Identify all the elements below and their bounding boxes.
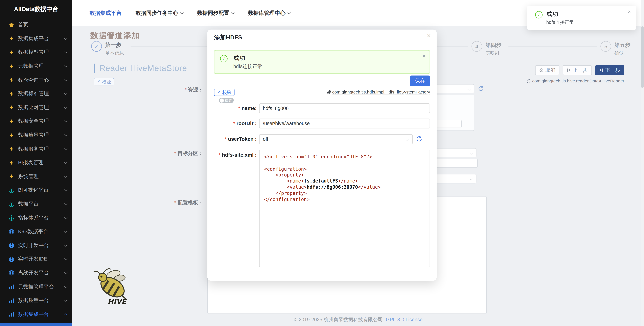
chevron-down-icon — [64, 147, 68, 150]
sidebar-item[interactable]: 数据服务管理 — [0, 142, 72, 156]
success-toast: ✓ 成功 hdfs连接正常 × — [527, 6, 636, 30]
chevron-down-icon — [64, 50, 68, 53]
sidebar-item-label: 指标体系平台 — [18, 214, 64, 221]
step-desc: 表映射 — [486, 50, 502, 56]
sidebar-item[interactable]: BI报表管理 — [0, 156, 72, 170]
simplify-toggle[interactable]: 精简 — [219, 98, 234, 103]
alert-close-icon[interactable]: × — [422, 53, 426, 59]
sidebar-item[interactable]: 数仓查询中心 — [0, 73, 72, 87]
sidebar-item[interactable]: 指标体系平台 — [0, 211, 72, 225]
prev-step-button[interactable]: 上一步 — [563, 65, 592, 75]
step-number: 4 — [472, 41, 482, 52]
top-nav-tab[interactable]: 数据同步配置 — [197, 9, 234, 17]
sidebar-item-label: BI报表管理 — [18, 159, 64, 166]
top-nav-tab[interactable]: 数据集成平台 — [90, 9, 122, 17]
sidebar: AllData数据中台 首页数据集成平台数据模型管理元数据管理数仓查询中心数据标… — [0, 0, 72, 326]
toggle-knob — [220, 98, 224, 102]
step-1: ✓ 第一步 基本信息 — [91, 41, 124, 56]
verify-button-background[interactable]: ✓ 校验 — [94, 78, 114, 85]
reader-plugin-link[interactable]: com.qlangtech.tis.hive.reader.DataXHiveR… — [526, 78, 624, 83]
sidebar-item[interactable]: 实时开发IDE — [0, 252, 72, 266]
sidebar-item[interactable]: 数据安全管理 — [0, 115, 72, 128]
sidebar-item[interactable]: 系统管理 — [0, 170, 72, 184]
toast-description: hdfs连接正常 — [546, 19, 574, 25]
sidebar-item[interactable]: 数据质量管理 — [0, 128, 72, 142]
sidebar-item-label: 系统管理 — [18, 173, 64, 180]
tab-label: 数据集成平台 — [90, 9, 122, 17]
chart-icon — [8, 298, 14, 304]
chevron-down-icon — [64, 36, 68, 40]
step-title: 第四步 — [486, 41, 502, 49]
home-icon — [8, 22, 14, 28]
required-mark: * — [238, 105, 240, 111]
svg-text:HIVE: HIVE — [108, 298, 127, 305]
next-step-button[interactable]: 下一步 — [595, 65, 624, 75]
tab-label: 数据库管理中心 — [248, 9, 286, 17]
hdfs-factory-link[interactable]: com.qlangtech.tis.hdfs.impl.HdfsFileSyst… — [326, 89, 430, 94]
bolt-icon — [8, 119, 14, 124]
sidebar-item[interactable]: K8S数据平台 — [0, 225, 72, 239]
bolt-icon — [8, 77, 14, 83]
top-nav-tab[interactable]: 数据库管理中心 — [248, 9, 290, 17]
page-scrollbar[interactable] — [641, 0, 644, 326]
save-button[interactable]: 保存 — [410, 75, 430, 86]
step-4: 4 第四步 表映射 — [472, 41, 502, 56]
sidebar-item-label: 元数据管理 — [18, 63, 64, 70]
step-forward-icon — [599, 68, 604, 72]
sidebar-item[interactable]: 元数据管理平台 — [0, 280, 72, 294]
rootdir-input[interactable] — [259, 119, 430, 129]
sidebar-item[interactable]: 数据平台 — [0, 197, 72, 211]
license-link[interactable]: GPL-3.0 License — [386, 317, 422, 323]
resource-label: *资源 : — [164, 87, 201, 94]
sidebar-item[interactable]: 首页 — [0, 18, 72, 32]
sidebar-item-label: 实时开发平台 — [18, 242, 64, 249]
sidebar-item[interactable]: 数据模型管理 — [0, 46, 72, 59]
stepper-line — [508, 46, 597, 47]
footer: © 2019-2025 杭州奥零数据科技有限公司 GPL-3.0 License — [72, 316, 644, 324]
required-mark: * — [219, 152, 221, 158]
cancel-button[interactable]: 取消 — [535, 65, 560, 75]
globe-icon — [8, 243, 14, 248]
chevron-down-icon — [180, 11, 184, 14]
globe-icon — [8, 270, 14, 276]
sidebar-item[interactable]: 数据质量平台 — [0, 294, 72, 308]
top-nav-tab[interactable]: 数据同步任务中心 — [136, 9, 183, 17]
sidebar-item[interactable]: 元数据管理 — [0, 59, 72, 73]
bolt-icon — [8, 36, 14, 42]
resource-inner-input[interactable] — [436, 120, 462, 128]
chevron-down-icon — [64, 285, 68, 288]
usertoken-select[interactable]: off — [259, 134, 413, 144]
refresh-icon[interactable] — [478, 86, 484, 91]
hdfs-site-xml-label: *hdfs-site.xml : — [214, 152, 257, 158]
anchor-icon — [8, 201, 14, 207]
modal-close-icon[interactable]: × — [427, 32, 431, 39]
sidebar-item-label: BI可视化平台 — [18, 187, 64, 194]
tab-label: 数据同步配置 — [197, 9, 229, 17]
toast-close-icon[interactable]: × — [628, 8, 631, 15]
sidebar-item[interactable]: 数据标准管理 — [0, 87, 72, 101]
sidebar-item[interactable]: 数据比对管理 — [0, 101, 72, 115]
scrollbar-thumb[interactable] — [641, 26, 644, 88]
modal-title: 添加HDFS — [214, 34, 242, 41]
sidebar-item-label: 数据集成平台 — [18, 35, 64, 42]
name-input[interactable] — [259, 103, 430, 113]
sidebar-item[interactable]: 实时开发平台 — [0, 239, 72, 252]
toast-title: 成功 — [546, 10, 558, 18]
hdfs-site-xml-editor[interactable]: <?xml version="1.0" encoding="UTF-8"?> <… — [259, 150, 430, 267]
paperclip-icon — [326, 90, 331, 94]
verify-button[interactable]: ✓ 校验 — [214, 89, 235, 96]
usertoken-label: *userToken : — [214, 136, 257, 142]
sidebar-item[interactable]: 数据集成平台 — [0, 308, 72, 321]
sidebar-item[interactable]: 离线开发平台 — [0, 266, 72, 280]
sidebar-submenu-peek[interactable] — [0, 323, 72, 326]
sidebar-item[interactable]: BI可视化平台 — [0, 183, 72, 197]
paperclip-icon — [526, 78, 530, 83]
sidebar-item[interactable]: 数据集成平台 — [0, 32, 72, 46]
add-hdfs-modal: 添加HDFS × ✓ 成功 hdfs连接正常 × 保存 ✓ 校验 com.qla… — [208, 29, 436, 281]
config-template-label: *配置模板 : — [164, 200, 201, 207]
chevron-down-icon — [64, 133, 68, 136]
refresh-icon[interactable] — [416, 136, 422, 142]
alert-title: 成功 — [233, 54, 245, 62]
xml-editor-content: <?xml version="1.0" encoding="UTF-8"?> <… — [264, 154, 425, 202]
name-label: *name: — [214, 105, 257, 111]
